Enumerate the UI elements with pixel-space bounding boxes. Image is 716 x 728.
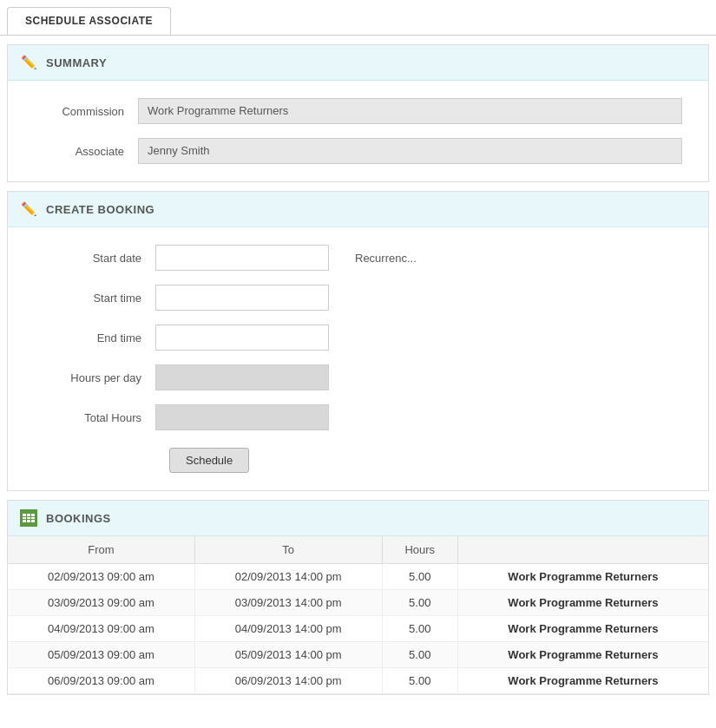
summary-section: ✏️ Summary Commission Work Programme Ret… [7, 44, 709, 182]
table-row: 05/09/2013 09:00 am 05/09/2013 14:00 pm … [8, 642, 708, 668]
total-hours-input[interactable] [155, 404, 329, 430]
main-content: ✏️ Summary Commission Work Programme Ret… [0, 44, 716, 695]
table-icon [20, 509, 37, 527]
start-date-row: Start date Recurrenc... [34, 245, 682, 271]
bookings-section: Bookings From To Hours 02/09/2013 09:00 … [7, 500, 709, 695]
hours-per-day-input[interactable] [155, 364, 329, 390]
table-row: 06/09/2013 09:00 am 06/09/2013 14:00 pm … [8, 668, 708, 694]
pencil-glyph: ✏️ [21, 55, 37, 70]
summary-header: ✏️ Summary [8, 45, 708, 81]
cell-hours: 5.00 [382, 668, 457, 694]
cell-from: 06/09/2013 09:00 am [8, 668, 194, 694]
summary-title: Summary [46, 56, 107, 69]
total-hours-label: Total Hours [34, 411, 155, 424]
cell-to: 03/09/2013 14:00 pm [194, 590, 382, 616]
cell-label: Work Programme Returners [457, 616, 708, 642]
bookings-table-body: 02/09/2013 09:00 am 02/09/2013 14:00 pm … [8, 564, 708, 694]
bookings-title: Bookings [46, 512, 111, 525]
bookings-header: Bookings [8, 501, 708, 536]
booking-pencil-glyph: ✏️ [21, 201, 37, 217]
bookings-table: From To Hours 02/09/2013 09:00 am 02/09/… [8, 536, 708, 694]
recurrence-label: Recurrenc... [355, 252, 417, 265]
cell-to: 04/09/2013 14:00 pm [194, 616, 382, 642]
end-time-input[interactable] [155, 325, 329, 351]
hours-per-day-label: Hours per day [34, 371, 155, 384]
page-wrapper: Schedule Associate ✏️ Summary Commission… [0, 0, 716, 728]
total-hours-row: Total Hours [34, 404, 682, 430]
col-to: To [194, 536, 382, 564]
schedule-button[interactable]: Schedule [169, 448, 249, 473]
cell-hours: 5.00 [382, 642, 457, 668]
booking-title: Create Booking [46, 203, 154, 216]
cell-hours: 5.00 [382, 590, 457, 616]
table-row: 02/09/2013 09:00 am 02/09/2013 14:00 pm … [8, 564, 708, 590]
col-from: From [8, 536, 194, 564]
col-hours: Hours [382, 536, 457, 564]
col-label [457, 536, 708, 564]
cell-label: Work Programme Returners [457, 590, 708, 616]
associate-label: Associate [34, 145, 138, 158]
tab-schedule-associate[interactable]: Schedule Associate [7, 7, 171, 35]
table-icon-grid [23, 514, 35, 522]
cell-label: Work Programme Returners [457, 642, 708, 668]
tab-header: Schedule Associate [0, 0, 716, 36]
start-time-input[interactable] [155, 285, 329, 311]
start-time-label: Start time [34, 292, 155, 305]
cell-from: 02/09/2013 09:00 am [8, 564, 194, 590]
end-time-row: End time [34, 325, 682, 351]
pencil-icon: ✏️ [20, 54, 37, 71]
cell-label: Work Programme Returners [457, 564, 708, 590]
bookings-table-header-row: From To Hours [8, 536, 708, 564]
hours-per-day-row: Hours per day [34, 364, 682, 390]
cell-from: 05/09/2013 09:00 am [8, 642, 194, 668]
commission-value: Work Programme Returners [138, 98, 682, 124]
booking-body: Start date Recurrenc... Start time End t… [8, 227, 708, 490]
cell-from: 04/09/2013 09:00 am [8, 616, 194, 642]
cell-hours: 5.00 [382, 616, 457, 642]
cell-to: 05/09/2013 14:00 pm [194, 642, 382, 668]
end-time-label: End time [34, 331, 155, 344]
cell-hours: 5.00 [382, 564, 457, 590]
cell-to: 06/09/2013 14:00 pm [194, 668, 382, 694]
cell-from: 03/09/2013 09:00 am [8, 590, 194, 616]
commission-label: Commission [34, 105, 138, 118]
start-time-row: Start time [34, 285, 682, 311]
table-row: 04/09/2013 09:00 am 04/09/2013 14:00 pm … [8, 616, 708, 642]
table-row: 03/09/2013 09:00 am 03/09/2013 14:00 pm … [8, 590, 708, 616]
booking-header: ✏️ Create Booking [8, 192, 708, 227]
booking-pencil-icon: ✏️ [20, 200, 37, 218]
booking-section: ✏️ Create Booking Start date Recurrenc..… [7, 191, 709, 491]
start-date-label: Start date [34, 252, 155, 265]
cell-label: Work Programme Returners [457, 668, 708, 694]
summary-body: Commission Work Programme Returners Asso… [8, 81, 708, 181]
commission-row: Commission Work Programme Returners [34, 98, 682, 124]
schedule-btn-row: Schedule [34, 444, 682, 473]
associate-value: Jenny Smith [138, 138, 682, 164]
start-date-input[interactable] [155, 245, 329, 271]
bookings-table-head: From To Hours [8, 536, 708, 564]
cell-to: 02/09/2013 14:00 pm [194, 564, 382, 590]
associate-row: Associate Jenny Smith [34, 138, 682, 164]
